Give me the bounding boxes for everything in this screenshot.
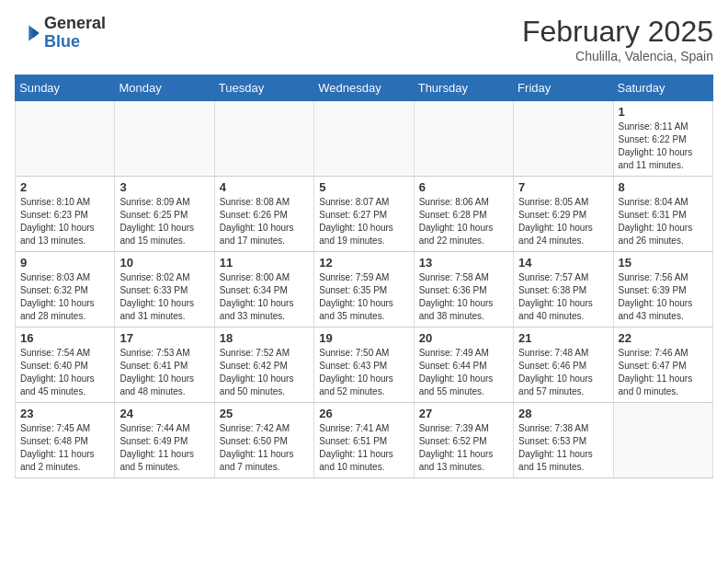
weekday-tuesday: Tuesday [214, 75, 313, 101]
logo-general: General [44, 15, 106, 33]
calendar-cell-w5-d5: 27Sunrise: 7:39 AM Sunset: 6:52 PM Dayli… [414, 403, 513, 478]
day-number: 27 [419, 407, 508, 420]
calendar-cell-w2-d4: 5Sunrise: 8:07 AM Sunset: 6:27 PM Daylig… [314, 177, 414, 252]
day-info: Sunrise: 7:50 AM Sunset: 6:43 PM Dayligh… [319, 347, 408, 398]
calendar-cell-w4-d1: 16Sunrise: 7:54 AM Sunset: 6:40 PM Dayli… [16, 327, 115, 403]
day-number: 1 [619, 105, 708, 119]
day-info: Sunrise: 8:05 AM Sunset: 6:29 PM Dayligh… [518, 196, 608, 247]
calendar-cell-w2-d7: 8Sunrise: 8:04 AM Sunset: 6:31 PM Daylig… [613, 177, 712, 252]
day-number: 2 [20, 180, 109, 194]
day-number: 22 [619, 331, 708, 345]
calendar-cell-w4-d7: 22Sunrise: 7:46 AM Sunset: 6:47 PM Dayli… [613, 327, 712, 403]
day-number: 19 [319, 331, 408, 345]
day-info: Sunrise: 7:41 AM Sunset: 6:51 PM Dayligh… [319, 422, 408, 474]
calendar-cell-w1-d1 [16, 101, 115, 177]
calendar-cell-w4-d2: 17Sunrise: 7:53 AM Sunset: 6:41 PM Dayli… [115, 327, 214, 403]
day-info: Sunrise: 8:08 AM Sunset: 6:26 PM Dayligh… [220, 196, 309, 247]
calendar-cell-w1-d2 [115, 101, 214, 177]
calendar-cell-w2-d1: 2Sunrise: 8:10 AM Sunset: 6:23 PM Daylig… [16, 177, 115, 252]
day-number: 5 [319, 180, 408, 194]
day-number: 24 [119, 407, 209, 420]
week-row-4: 16Sunrise: 7:54 AM Sunset: 6:40 PM Dayli… [16, 327, 713, 403]
calendar-cell-w4-d5: 20Sunrise: 7:49 AM Sunset: 6:44 PM Dayli… [414, 327, 513, 403]
calendar-cell-w3-d2: 10Sunrise: 8:02 AM Sunset: 6:33 PM Dayli… [115, 252, 214, 327]
calendar-cell-w5-d6: 28Sunrise: 7:38 AM Sunset: 6:53 PM Dayli… [514, 403, 613, 478]
day-number: 12 [319, 256, 408, 270]
calendar-cell-w4-d4: 19Sunrise: 7:50 AM Sunset: 6:43 PM Dayli… [314, 327, 414, 403]
day-info: Sunrise: 8:11 AM Sunset: 6:22 PM Dayligh… [619, 121, 708, 172]
logo-icon [15, 20, 40, 46]
day-info: Sunrise: 7:54 AM Sunset: 6:40 PM Dayligh… [20, 347, 109, 398]
calendar-cell-w5-d3: 25Sunrise: 7:42 AM Sunset: 6:50 PM Dayli… [214, 403, 313, 478]
week-row-1: 1Sunrise: 8:11 AM Sunset: 6:22 PM Daylig… [16, 101, 713, 177]
day-info: Sunrise: 7:53 AM Sunset: 6:41 PM Dayligh… [119, 347, 209, 398]
week-row-2: 2Sunrise: 8:10 AM Sunset: 6:23 PM Daylig… [16, 177, 713, 252]
calendar-cell-w5-d4: 26Sunrise: 7:41 AM Sunset: 6:51 PM Dayli… [314, 403, 414, 478]
weekday-saturday: Saturday [613, 75, 712, 101]
day-number: 26 [319, 407, 408, 420]
page-header: General Blue February 2025 Chulilla, Val… [15, 15, 713, 63]
day-number: 8 [619, 180, 708, 194]
calendar-cell-w4-d6: 21Sunrise: 7:48 AM Sunset: 6:46 PM Dayli… [514, 327, 613, 403]
day-number: 11 [220, 256, 309, 270]
day-info: Sunrise: 7:46 AM Sunset: 6:47 PM Dayligh… [619, 347, 708, 398]
day-info: Sunrise: 8:00 AM Sunset: 6:34 PM Dayligh… [220, 271, 309, 323]
calendar-cell-w1-d7: 1Sunrise: 8:11 AM Sunset: 6:22 PM Daylig… [613, 101, 712, 177]
weekday-monday: Monday [115, 75, 214, 101]
calendar-cell-w3-d1: 9Sunrise: 8:03 AM Sunset: 6:32 PM Daylig… [16, 252, 115, 327]
day-info: Sunrise: 7:52 AM Sunset: 6:42 PM Dayligh… [220, 347, 309, 398]
day-info: Sunrise: 7:39 AM Sunset: 6:52 PM Dayligh… [419, 422, 508, 474]
calendar-cell-w1-d4 [314, 101, 414, 177]
calendar-cell-w3-d4: 12Sunrise: 7:59 AM Sunset: 6:35 PM Dayli… [314, 252, 414, 327]
weekday-sunday: Sunday [16, 75, 115, 101]
day-info: Sunrise: 7:42 AM Sunset: 6:50 PM Dayligh… [220, 422, 309, 474]
calendar-cell-w2-d6: 7Sunrise: 8:05 AM Sunset: 6:29 PM Daylig… [514, 177, 613, 252]
day-info: Sunrise: 7:44 AM Sunset: 6:49 PM Dayligh… [119, 422, 209, 474]
day-number: 7 [518, 180, 608, 194]
calendar-cell-w3-d6: 14Sunrise: 7:57 AM Sunset: 6:38 PM Dayli… [514, 252, 613, 327]
day-info: Sunrise: 8:04 AM Sunset: 6:31 PM Dayligh… [619, 196, 708, 247]
day-info: Sunrise: 7:59 AM Sunset: 6:35 PM Dayligh… [319, 271, 408, 323]
calendar: SundayMondayTuesdayWednesdayThursdayFrid… [15, 75, 713, 478]
day-info: Sunrise: 7:49 AM Sunset: 6:44 PM Dayligh… [419, 347, 508, 398]
location: Chulilla, Valencia, Spain [522, 49, 713, 63]
day-number: 13 [419, 256, 508, 270]
day-number: 9 [20, 256, 109, 270]
calendar-cell-w1-d6 [514, 101, 613, 177]
day-number: 15 [619, 256, 708, 270]
day-number: 21 [518, 331, 608, 345]
calendar-cell-w5-d2: 24Sunrise: 7:44 AM Sunset: 6:49 PM Dayli… [115, 403, 214, 478]
calendar-cell-w1-d5 [414, 101, 513, 177]
day-info: Sunrise: 8:03 AM Sunset: 6:32 PM Dayligh… [20, 271, 109, 323]
day-info: Sunrise: 7:48 AM Sunset: 6:46 PM Dayligh… [518, 347, 608, 398]
week-row-5: 23Sunrise: 7:45 AM Sunset: 6:48 PM Dayli… [16, 403, 713, 478]
weekday-header-row: SundayMondayTuesdayWednesdayThursdayFrid… [16, 75, 713, 101]
calendar-cell-w4-d3: 18Sunrise: 7:52 AM Sunset: 6:42 PM Dayli… [214, 327, 313, 403]
logo: General Blue [15, 15, 106, 52]
day-number: 16 [20, 331, 109, 345]
calendar-cell-w3-d5: 13Sunrise: 7:58 AM Sunset: 6:36 PM Dayli… [414, 252, 513, 327]
calendar-cell-w2-d3: 4Sunrise: 8:08 AM Sunset: 6:26 PM Daylig… [214, 177, 313, 252]
day-number: 4 [220, 180, 309, 194]
day-number: 10 [119, 256, 209, 270]
day-info: Sunrise: 8:10 AM Sunset: 6:23 PM Dayligh… [20, 196, 109, 247]
week-row-3: 9Sunrise: 8:03 AM Sunset: 6:32 PM Daylig… [16, 252, 713, 327]
day-info: Sunrise: 7:58 AM Sunset: 6:36 PM Dayligh… [419, 271, 508, 323]
day-info: Sunrise: 8:06 AM Sunset: 6:28 PM Dayligh… [419, 196, 508, 247]
day-info: Sunrise: 7:57 AM Sunset: 6:38 PM Dayligh… [518, 271, 608, 323]
calendar-cell-w5-d1: 23Sunrise: 7:45 AM Sunset: 6:48 PM Dayli… [16, 403, 115, 478]
day-number: 18 [220, 331, 309, 345]
calendar-cell-w2-d2: 3Sunrise: 8:09 AM Sunset: 6:25 PM Daylig… [115, 177, 214, 252]
day-info: Sunrise: 8:09 AM Sunset: 6:25 PM Dayligh… [119, 196, 209, 247]
day-number: 28 [518, 407, 608, 420]
day-info: Sunrise: 7:56 AM Sunset: 6:39 PM Dayligh… [619, 271, 708, 323]
logo-blue: Blue [44, 33, 106, 52]
day-number: 23 [20, 407, 109, 420]
day-info: Sunrise: 7:38 AM Sunset: 6:53 PM Dayligh… [518, 422, 608, 474]
day-number: 3 [119, 180, 209, 194]
title-block: February 2025 Chulilla, Valencia, Spain [522, 15, 713, 63]
day-info: Sunrise: 8:02 AM Sunset: 6:33 PM Dayligh… [119, 271, 209, 323]
calendar-cell-w3-d3: 11Sunrise: 8:00 AM Sunset: 6:34 PM Dayli… [214, 252, 313, 327]
weekday-friday: Friday [514, 75, 613, 101]
month-title: February 2025 [522, 15, 713, 49]
